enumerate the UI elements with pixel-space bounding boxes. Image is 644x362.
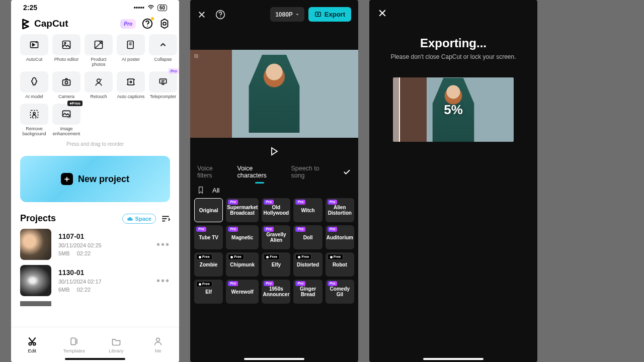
project-list: 1107-01 30/11/2024 02:25 5MB02:22 ••• 11…	[11, 229, 179, 306]
bookmark-icon[interactable]	[197, 186, 204, 194]
project-row[interactable]: 1107-01 30/11/2024 02:25 5MB02:22 •••	[20, 229, 170, 260]
voice-character-cell[interactable]: FreeZombie	[194, 252, 223, 277]
settings-icon[interactable]	[159, 18, 170, 29]
tab-voice-filters[interactable]: Voice filters	[197, 165, 228, 179]
voice-character-cell[interactable]: ProGinger Bread	[293, 280, 322, 304]
voice-character-cell[interactable]: ProTube TV	[194, 225, 223, 249]
pro-badge: Pro	[295, 227, 305, 232]
svg-point-21	[33, 342, 35, 345]
voice-character-cell[interactable]: ProAuditorium	[326, 225, 354, 249]
project-row[interactable]	[20, 301, 170, 306]
close-icon[interactable]	[197, 10, 206, 19]
video-preview[interactable]: ⧉	[190, 50, 358, 138]
voice-character-cell[interactable]: ProDoll	[293, 225, 322, 249]
tab-voice-characters[interactable]: Voice characters	[237, 165, 282, 179]
voice-character-cell[interactable]: FreeDistorted	[293, 252, 322, 277]
svg-rect-13	[128, 79, 134, 85]
category-all[interactable]: All	[212, 187, 219, 194]
voice-character-cell[interactable]: FreeElfy	[262, 252, 290, 277]
tool-remove-background[interactable]: Remove background	[20, 104, 48, 137]
category-row: All	[190, 179, 358, 198]
chevron-up-icon	[149, 34, 177, 55]
tool-ai-model[interactable]: AIAI model	[20, 71, 48, 100]
new-project-label: New project	[78, 174, 129, 185]
voice-character-label: Distorted	[297, 262, 319, 267]
voice-character-cell[interactable]: ProSupermarket Broadcast	[226, 198, 259, 222]
voice-character-cell[interactable]: FreeElf	[194, 280, 223, 304]
exporting-title: Exporting...	[369, 36, 537, 50]
tool-camera[interactable]: Camera	[52, 71, 80, 100]
tool-ai-poster[interactable]: AI poster	[117, 34, 145, 67]
play-button[interactable]	[190, 138, 358, 165]
sort-button[interactable]	[161, 215, 170, 222]
tool-teleprompter[interactable]: ProTeleprompter	[149, 71, 177, 100]
export-button[interactable]: Export	[308, 7, 351, 22]
pro-badge: Pro	[228, 200, 238, 205]
ai-poster-icon	[117, 34, 145, 55]
voice-character-label: Auditorium	[327, 235, 353, 240]
new-project-button[interactable]: ＋ New project	[20, 156, 170, 202]
scissors-icon	[27, 336, 37, 346]
pro-badge: Pro	[295, 200, 305, 205]
pro-badge[interactable]: Pro	[120, 19, 136, 29]
voice-character-cell[interactable]: ProOld Hollywood	[262, 198, 290, 222]
tool-retouch[interactable]: Retouch	[85, 71, 113, 100]
voice-character-cell[interactable]: FreeRobot	[326, 252, 354, 277]
voice-character-cell[interactable]: Original	[194, 198, 223, 222]
close-icon[interactable]	[377, 8, 387, 18]
voice-character-cell[interactable]: ProAlien Distortion	[326, 198, 354, 222]
projects-title: Projects	[20, 213, 56, 224]
teleprompter-icon: Pro	[149, 71, 177, 93]
wifi-icon	[147, 5, 154, 10]
pro-badge: Pro	[328, 227, 338, 232]
export-icon	[314, 11, 321, 18]
tab-library[interactable]: Library	[95, 327, 137, 362]
help-icon[interactable]	[215, 10, 225, 20]
pro-badge: Pro	[228, 281, 238, 286]
app-logo: CapCut	[20, 18, 68, 29]
voice-character-cell[interactable]: ProWitch	[293, 198, 322, 222]
panel-exporting: Exporting... Please don't close CapCut o…	[369, 0, 537, 362]
svg-rect-22	[71, 338, 75, 344]
free-badge-small: ●Free	[67, 101, 83, 106]
voice-character-label: Chipmunk	[230, 262, 255, 267]
tab-templates[interactable]: Templates	[53, 327, 96, 362]
tool-photo-editor[interactable]: Photo editor	[52, 34, 80, 67]
signal-icon: •••••	[134, 4, 144, 11]
svg-point-17	[33, 112, 35, 114]
project-row[interactable]: 1130-01 30/11/2024 02:17 6MB02:22 •••	[20, 265, 170, 296]
space-button[interactable]: Space	[122, 214, 156, 224]
tool-collapse[interactable]: Collapse	[149, 34, 177, 67]
voice-character-cell[interactable]: FreeChipmunk	[226, 252, 259, 277]
voice-character-label: Witch	[301, 208, 315, 213]
battery-label: 60	[157, 5, 167, 11]
help-icon[interactable]	[142, 18, 153, 29]
voice-character-cell[interactable]: ProWerewolf	[226, 280, 259, 304]
pro-badge-small: Pro	[169, 68, 179, 74]
project-date: 30/11/2024 02:17	[58, 279, 149, 285]
voice-character-label: 1950s Announcer	[263, 286, 289, 297]
export-percent: 5%	[393, 77, 514, 142]
export-preview: 5%	[393, 77, 514, 142]
project-thumbnail	[20, 229, 51, 260]
tool-autocut[interactable]: AutoCut	[20, 34, 48, 67]
free-badge: Free	[264, 254, 280, 260]
more-icon[interactable]: •••	[156, 275, 170, 287]
tool-auto-captions[interactable]: Auto captions	[117, 71, 145, 100]
voice-character-cell[interactable]: ProMagnetic	[226, 225, 259, 249]
resolution-button[interactable]: 1080P	[270, 7, 304, 22]
voice-character-cell[interactable]: ProGravelly Alien	[262, 225, 290, 249]
home-indicator	[244, 358, 304, 360]
voice-character-cell[interactable]: Pro1950s Announcer	[262, 280, 290, 304]
voice-character-cell[interactable]: ProComedy Gil	[326, 280, 354, 304]
tab-me[interactable]: Me	[137, 327, 180, 362]
tab-edit[interactable]: Edit	[11, 327, 53, 362]
tab-speech-to-song[interactable]: Speech to song	[291, 165, 333, 179]
more-icon[interactable]: •••	[156, 239, 170, 250]
tool-image-enhancement[interactable]: ●FreeHDImage enhancement	[52, 104, 80, 137]
tool-product-photos[interactable]: Product photos	[85, 34, 113, 67]
clock: 2:25	[23, 4, 37, 12]
confirm-icon[interactable]	[342, 167, 351, 176]
pro-badge: Pro	[196, 227, 206, 232]
voice-character-label: Doll	[303, 235, 313, 240]
